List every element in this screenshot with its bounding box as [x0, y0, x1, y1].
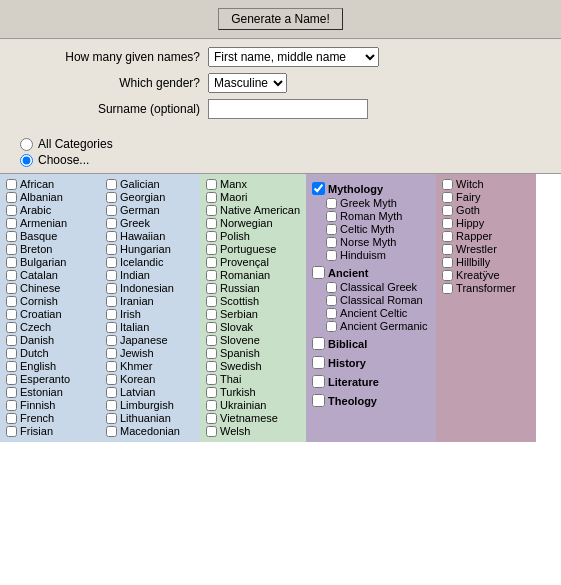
category-checkbox[interactable]: [6, 231, 17, 242]
category-checkbox[interactable]: [106, 335, 117, 346]
category-checkbox[interactable]: [326, 308, 337, 319]
category-checkbox[interactable]: [326, 321, 337, 332]
category-checkbox[interactable]: [442, 231, 453, 242]
category-checkbox[interactable]: [106, 426, 117, 437]
given-names-select[interactable]: First name only First name, middle name …: [208, 47, 379, 67]
category-checkbox[interactable]: [6, 270, 17, 281]
category-checkbox[interactable]: [6, 257, 17, 268]
category-checkbox[interactable]: [326, 211, 337, 222]
category-checkbox[interactable]: [442, 205, 453, 216]
category-checkbox[interactable]: [106, 322, 117, 333]
category-checkbox[interactable]: [326, 250, 337, 261]
category-checkbox[interactable]: [106, 257, 117, 268]
category-checkbox[interactable]: [206, 270, 217, 281]
category-checkbox[interactable]: [6, 387, 17, 398]
category-checkbox[interactable]: [106, 361, 117, 372]
category-checkbox[interactable]: [206, 244, 217, 255]
gender-select[interactable]: Masculine Feminine Either: [208, 73, 287, 93]
surname-input[interactable]: [208, 99, 368, 119]
category-checkbox[interactable]: [106, 348, 117, 359]
category-checkbox[interactable]: [6, 413, 17, 424]
category-checkbox[interactable]: [206, 283, 217, 294]
category-checkbox[interactable]: [206, 400, 217, 411]
category-checkbox[interactable]: [442, 283, 453, 294]
category-checkbox[interactable]: [206, 426, 217, 437]
category-checkbox[interactable]: [442, 192, 453, 203]
category-label: Vietnamese: [220, 412, 278, 424]
category-checkbox[interactable]: [326, 224, 337, 235]
category-checkbox[interactable]: [106, 244, 117, 255]
category-checkbox[interactable]: [206, 322, 217, 333]
category-checkbox[interactable]: [6, 361, 17, 372]
category-checkbox[interactable]: [6, 348, 17, 359]
category-checkbox[interactable]: [326, 295, 337, 306]
category-checkbox[interactable]: [206, 361, 217, 372]
list-item: Witch: [442, 178, 530, 190]
category-checkbox[interactable]: [6, 205, 17, 216]
category-label: Jewish: [120, 347, 154, 359]
category-checkbox[interactable]: [6, 374, 17, 385]
section-checkbox[interactable]: [312, 337, 325, 350]
category-checkbox[interactable]: [442, 218, 453, 229]
category-checkbox[interactable]: [442, 244, 453, 255]
category-checkbox[interactable]: [442, 257, 453, 268]
category-checkbox[interactable]: [106, 270, 117, 281]
category-checkbox[interactable]: [206, 374, 217, 385]
category-checkbox[interactable]: [6, 309, 17, 320]
section-checkbox[interactable]: [312, 375, 325, 388]
category-checkbox[interactable]: [106, 400, 117, 411]
category-checkbox[interactable]: [442, 179, 453, 190]
category-checkbox[interactable]: [106, 413, 117, 424]
generate-button[interactable]: Generate a Name!: [218, 8, 343, 30]
category-checkbox[interactable]: [106, 205, 117, 216]
section-checkbox[interactable]: [312, 394, 325, 407]
category-checkbox[interactable]: [106, 179, 117, 190]
category-checkbox[interactable]: [206, 231, 217, 242]
category-checkbox[interactable]: [206, 257, 217, 268]
section-checkbox[interactable]: [312, 182, 325, 195]
category-checkbox[interactable]: [326, 198, 337, 209]
all-categories-radio[interactable]: [20, 138, 33, 151]
category-checkbox[interactable]: [6, 426, 17, 437]
category-label: Manx: [220, 178, 247, 190]
category-checkbox[interactable]: [6, 335, 17, 346]
category-checkbox[interactable]: [6, 283, 17, 294]
category-checkbox[interactable]: [106, 309, 117, 320]
section-checkbox[interactable]: [312, 356, 325, 369]
category-checkbox[interactable]: [6, 244, 17, 255]
category-checkbox[interactable]: [206, 296, 217, 307]
category-checkbox[interactable]: [206, 192, 217, 203]
category-label: Maori: [220, 191, 248, 203]
category-checkbox[interactable]: [206, 335, 217, 346]
category-label: Romanian: [220, 269, 270, 281]
category-checkbox[interactable]: [106, 374, 117, 385]
list-item: Classical Greek: [312, 281, 430, 293]
category-checkbox[interactable]: [6, 322, 17, 333]
category-checkbox[interactable]: [6, 218, 17, 229]
category-checkbox[interactable]: [442, 270, 453, 281]
category-checkbox[interactable]: [326, 282, 337, 293]
category-checkbox[interactable]: [106, 387, 117, 398]
category-checkbox[interactable]: [106, 283, 117, 294]
category-checkbox[interactable]: [6, 179, 17, 190]
category-checkbox[interactable]: [6, 296, 17, 307]
category-checkbox[interactable]: [206, 179, 217, 190]
category-checkbox[interactable]: [206, 218, 217, 229]
category-checkbox[interactable]: [106, 218, 117, 229]
choose-radio[interactable]: [20, 154, 33, 167]
category-checkbox[interactable]: [106, 192, 117, 203]
category-checkbox[interactable]: [206, 348, 217, 359]
category-checkbox[interactable]: [206, 387, 217, 398]
category-checkbox[interactable]: [206, 309, 217, 320]
category-checkbox[interactable]: [326, 237, 337, 248]
category-checkbox[interactable]: [106, 231, 117, 242]
category-checkbox[interactable]: [6, 192, 17, 203]
category-checkbox[interactable]: [6, 400, 17, 411]
category-checkbox[interactable]: [206, 205, 217, 216]
category-label: Transformer: [456, 282, 516, 294]
list-item: Irish: [106, 308, 194, 320]
category-label: Cornish: [20, 295, 58, 307]
category-checkbox[interactable]: [106, 296, 117, 307]
section-checkbox[interactable]: [312, 266, 325, 279]
category-checkbox[interactable]: [206, 413, 217, 424]
